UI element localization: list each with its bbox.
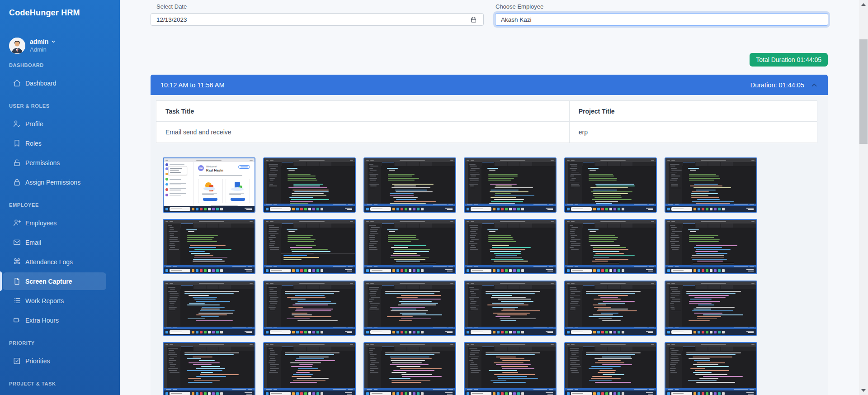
screenshot-thumbnail[interactable] (263, 157, 356, 213)
sidebar-item-work-reports[interactable]: Work Reports (0, 291, 120, 310)
user-name: admin (30, 38, 48, 45)
nav-section-header: DASHBOARD (0, 61, 120, 69)
screenshot-thumbnail[interactable] (564, 157, 657, 213)
screen-capture-page: CodeHunger HRM admin Admin DASHBOARDDash… (0, 0, 868, 395)
session-card: 10:12 AM to 11:56 AM Duration: 01:44:05 … (151, 75, 828, 395)
sidebar-item-extra-hours[interactable]: Extra Hours (0, 310, 120, 330)
project-title-header: Project Title (569, 101, 817, 122)
choose-employee-label: Choose Employee (495, 3, 543, 10)
screenshot-thumbnail[interactable] (564, 342, 657, 395)
screenshot-thumbnail[interactable] (564, 219, 657, 274)
bookmark-icon (13, 139, 21, 148)
session-header[interactable]: 10:12 AM to 11:56 AM Duration: 01:44:05 (151, 75, 828, 95)
user-menu[interactable]: admin Admin (0, 38, 120, 54)
nav-section-header: USER & ROLES (0, 102, 120, 110)
scroll-down-arrow[interactable] (859, 387, 868, 394)
nav-section-header: PROJECT & TASK (0, 380, 120, 388)
task-table: Task Title Project Title Email send and … (156, 100, 817, 143)
sidebar: CodeHunger HRM admin Admin DASHBOARDDash… (0, 0, 120, 395)
screenshot-grid: KHWelcome!Kazi Hasin (163, 157, 757, 395)
screenshot-thumbnail[interactable] (163, 281, 255, 336)
date-input[interactable] (151, 13, 484, 26)
file-icon (13, 277, 21, 286)
screenshot-thumbnail[interactable]: KHWelcome!Kazi Hasin (163, 157, 255, 213)
screenshot-thumbnail[interactable] (464, 342, 557, 395)
employee-input[interactable] (495, 13, 828, 26)
screenshot-thumbnail[interactable] (665, 157, 757, 213)
calendar-icon[interactable] (470, 16, 477, 23)
screenshot-thumbnail[interactable] (363, 342, 456, 395)
sidebar-item-label: Email (25, 239, 41, 246)
sidebar-item-label: Work Reports (25, 297, 64, 305)
sidebar-item-label: Roles (25, 140, 42, 147)
sidebar-item-roles[interactable]: Roles (0, 133, 120, 153)
user-role: Admin (30, 46, 47, 53)
scroll-up-arrow[interactable] (859, 1, 868, 8)
welcome-initials: KH (198, 165, 204, 171)
sidebar-item-label: Priorities (25, 357, 50, 365)
task-title-header: Task Title (156, 101, 570, 122)
sidebar-item-label: Assign Permissions (25, 179, 80, 186)
screenshot-thumbnail[interactable] (163, 342, 255, 395)
select-date-label: Select Date (156, 3, 187, 10)
lock-icon (13, 178, 21, 186)
project-title-cell: erp (569, 122, 817, 143)
sidebar-nav: DASHBOARDDashboardUSER & ROLESProfileRol… (0, 61, 120, 388)
chevron-up-icon[interactable] (810, 81, 819, 90)
nav-section-header: EMPLOYEE (0, 201, 120, 209)
screenshot-thumbnail[interactable] (363, 281, 456, 336)
table-row: Email send and receive erp (156, 122, 817, 143)
app-title: CodeHunger HRM (0, 0, 120, 18)
sidebar-item-label: Permissions (25, 159, 60, 167)
screenshot-thumbnail[interactable] (363, 219, 456, 274)
nav-section-header: PRIORITY (0, 339, 120, 347)
sidebar-item-priorities[interactable]: Priorities (0, 351, 120, 371)
panel-icon (13, 316, 21, 324)
screenshot-thumbnail[interactable] (665, 219, 757, 274)
sidebar-item-permissions[interactable]: Permissions (0, 153, 120, 172)
sidebar-item-label: Dashboard (25, 80, 57, 87)
avatar (9, 38, 25, 54)
screenshot-thumbnail[interactable] (363, 157, 456, 213)
sidebar-item-profile[interactable]: Profile (0, 114, 120, 133)
chevron-down-icon (51, 39, 56, 44)
sidebar-item-label: Extra Hours (25, 317, 59, 324)
user-plus-icon (13, 219, 21, 227)
sidebar-item-label: Attendance Logs (25, 258, 73, 266)
screenshot-thumbnail[interactable] (263, 342, 356, 395)
user-check-icon (13, 119, 21, 128)
sidebar-item-email[interactable]: Email (0, 233, 120, 252)
sidebar-item-attendance-logs[interactable]: ⌘Attendance Logs (0, 252, 120, 271)
screenshot-thumbnail[interactable] (665, 342, 757, 395)
screenshot-thumbnail[interactable] (665, 281, 757, 336)
sidebar-item-dashboard[interactable]: Dashboard (0, 73, 120, 93)
page-scrollbar[interactable] (859, 0, 868, 395)
sidebar-item-screen-capture[interactable]: Screen Capture (0, 271, 120, 291)
screenshot-thumbnail[interactable] (564, 281, 657, 336)
screenshot-thumbnail[interactable] (163, 219, 255, 274)
home-icon (13, 79, 21, 87)
list-icon (13, 296, 21, 305)
sidebar-item-label: Profile (25, 120, 43, 128)
session-time-range: 10:12 AM to 11:56 AM (160, 81, 225, 89)
screenshot-thumbnail[interactable] (263, 281, 356, 336)
check-square-icon (13, 357, 21, 365)
mail-icon (13, 238, 21, 247)
session-duration: Duration: 01:44:05 (750, 81, 804, 89)
screenshot-thumbnail[interactable] (263, 219, 356, 274)
sidebar-item-assign-permissions[interactable]: Assign Permissions (0, 172, 120, 192)
screenshot-thumbnail[interactable] (464, 219, 557, 274)
task-title-cell: Email send and receive (156, 122, 570, 143)
sidebar-item-label: Screen Capture (25, 278, 72, 285)
sidebar-item-label: Employees (25, 219, 57, 227)
unlock-icon (13, 158, 21, 167)
welcome-user-name: Kazi Hasin (206, 168, 223, 172)
screenshot-thumbnail[interactable] (464, 157, 557, 213)
sidebar-item-employees[interactable]: Employees (0, 213, 120, 233)
welcome-title: Welcome! (206, 165, 223, 168)
command-icon: ⌘ (13, 257, 21, 266)
scrollbar-thumb[interactable] (859, 39, 868, 144)
total-duration-badge: Total Duration 01:44:05 (750, 53, 828, 67)
screenshot-thumbnail[interactable] (464, 281, 557, 336)
